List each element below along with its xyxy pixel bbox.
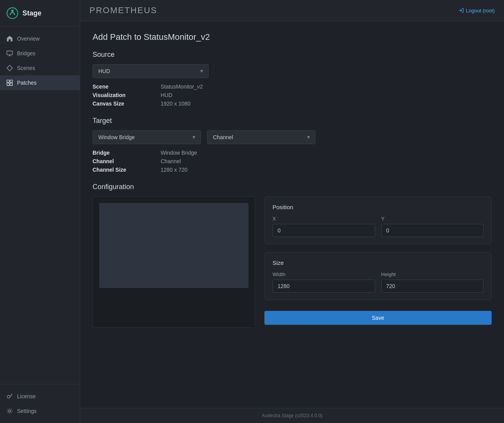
sidebar-item-settings-label: Settings — [17, 408, 37, 414]
app-logo: Stage — [0, 0, 80, 27]
app-title: PROMETHEUS — [89, 5, 157, 15]
svg-point-7 — [7, 395, 10, 398]
sidebar: Stage Overview Bridges Scenes — [0, 0, 80, 423]
home-icon — [6, 35, 13, 42]
source-canvas-label: Canvas Size — [93, 101, 154, 107]
source-canvas-value: 1920 x 1080 — [161, 101, 492, 107]
position-y-input[interactable] — [381, 224, 484, 237]
source-scene-label: Scene — [93, 84, 154, 90]
size-height-group: Height — [381, 271, 484, 293]
size-width-group: Width — [273, 271, 375, 293]
logout-icon — [458, 7, 464, 14]
target-section-title: Target — [93, 117, 492, 125]
main-content: PROMETHEUS Logout (root) Add Patch to St… — [80, 0, 504, 423]
position-x-group: X — [273, 216, 375, 237]
target-section: Target Window Bridge ▼ Channel ▼ Bridge — [93, 117, 492, 173]
bridge-dropdown[interactable]: Window Bridge — [93, 130, 201, 144]
source-viz-label: Visualization — [93, 92, 154, 98]
target-channel-size-label: Channel Size — [93, 167, 154, 173]
logo-icon — [6, 7, 19, 19]
config-section-title: Configuration — [93, 183, 492, 191]
svg-rect-4 — [10, 80, 12, 82]
svg-rect-3 — [7, 80, 9, 82]
target-channel-value: Channel — [161, 158, 492, 164]
footer: Audectra Stage (v2023.4.0.0) — [80, 408, 504, 423]
bridge-dropdown-wrapper: Window Bridge ▼ — [93, 130, 201, 144]
target-info-grid: Bridge Window Bridge Channel Channel Cha… — [93, 150, 492, 173]
target-dropdowns: Window Bridge ▼ Channel ▼ — [93, 130, 492, 144]
source-section-title: Source — [93, 51, 492, 59]
sidebar-item-license[interactable]: License — [0, 389, 80, 404]
position-size-panel: Position X Y — [264, 196, 492, 325]
canvas-preview — [93, 196, 255, 328]
svg-point-1 — [11, 10, 14, 12]
source-viz-value: HUD — [161, 92, 492, 98]
channel-dropdown[interactable]: Channel — [207, 130, 315, 144]
target-channel-size-value: 1280 x 720 — [161, 167, 492, 173]
svg-point-8 — [9, 410, 10, 412]
topbar: PROMETHEUS Logout (root) — [80, 0, 504, 21]
size-height-label: Height — [381, 271, 484, 277]
sidebar-item-scenes-label: Scenes — [17, 65, 35, 71]
source-dropdown-wrapper: HUD ▼ — [93, 64, 209, 78]
svg-rect-6 — [10, 83, 12, 85]
logout-label: Logout (root) — [466, 8, 495, 14]
sidebar-item-scenes[interactable]: Scenes — [0, 61, 80, 75]
position-y-group: Y — [381, 216, 484, 237]
size-panel: Size Width Height — [264, 252, 492, 300]
sidebar-item-bridges[interactable]: Bridges — [0, 46, 80, 61]
source-info-grid: Scene StatusMonitor_v2 Visualization HUD… — [93, 84, 492, 107]
page-title: Add Patch to StatusMonitor_v2 — [93, 32, 492, 42]
content-area: Add Patch to StatusMonitor_v2 Source HUD… — [80, 21, 504, 408]
target-bridge-value: Window Bridge — [161, 150, 492, 156]
position-title: Position — [273, 204, 483, 210]
key-icon — [6, 393, 13, 400]
size-fields: Width Height — [273, 271, 483, 293]
logout-button[interactable]: Logout (root) — [458, 7, 495, 14]
grid-icon — [6, 79, 13, 86]
source-scene-value: StatusMonitor_v2 — [161, 84, 492, 90]
sidebar-nav: Overview Bridges Scenes Patches — [0, 27, 80, 384]
sidebar-item-bridges-label: Bridges — [17, 50, 35, 56]
position-panel: Position X Y — [264, 196, 492, 244]
source-dropdown[interactable]: HUD — [93, 64, 209, 78]
canvas-inner-rect — [99, 203, 249, 288]
sidebar-item-patches[interactable]: Patches — [0, 75, 80, 90]
gear-icon — [6, 408, 13, 414]
size-height-input[interactable] — [381, 280, 484, 293]
position-y-label: Y — [381, 216, 484, 222]
app-name: Stage — [22, 9, 41, 17]
position-fields: X Y — [273, 216, 483, 237]
svg-rect-2 — [7, 51, 12, 55]
size-width-label: Width — [273, 271, 375, 277]
svg-point-0 — [7, 8, 18, 19]
sidebar-item-overview[interactable]: Overview — [0, 31, 80, 46]
position-x-label: X — [273, 216, 375, 222]
source-section: Source HUD ▼ Scene StatusMonitor_v2 Visu… — [93, 51, 492, 107]
target-channel-label: Channel — [93, 158, 154, 164]
sidebar-item-patches-label: Patches — [17, 80, 37, 86]
size-width-input[interactable] — [273, 280, 375, 293]
size-title: Size — [273, 259, 483, 266]
sidebar-item-license-label: License — [17, 393, 36, 399]
sidebar-item-settings[interactable]: Settings — [0, 404, 80, 418]
monitor-icon — [6, 50, 13, 57]
channel-dropdown-wrapper: Channel ▼ — [207, 130, 315, 144]
configuration-section: Configuration Position X — [93, 183, 492, 328]
sidebar-item-overview-label: Overview — [17, 36, 39, 42]
svg-rect-5 — [7, 83, 9, 85]
footer-text: Audectra Stage (v2023.4.0.0) — [262, 413, 322, 418]
sidebar-bottom: License Settings — [0, 384, 80, 423]
diamond-icon — [6, 65, 13, 72]
target-bridge-label: Bridge — [93, 150, 154, 156]
save-button[interactable]: Save — [264, 311, 492, 325]
config-layout: Position X Y — [93, 196, 492, 328]
position-x-input[interactable] — [273, 224, 375, 237]
